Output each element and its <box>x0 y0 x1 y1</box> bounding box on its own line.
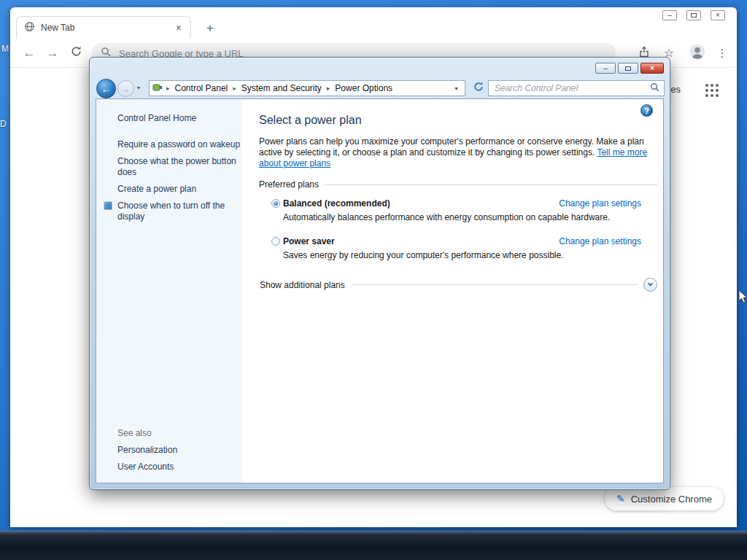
back-button[interactable]: ← <box>96 79 116 98</box>
kebab-menu-icon: ⋮ <box>717 47 728 60</box>
preferred-plans-group: Preferred plans <box>259 179 657 190</box>
globe-favicon-icon <box>24 21 35 35</box>
avatar-icon <box>689 44 705 63</box>
recent-pages-chevron-icon[interactable]: ▾ <box>137 85 140 91</box>
additional-plans-rule <box>351 284 638 285</box>
intro-text: Power plans can help you maximize your c… <box>259 136 651 169</box>
radio-power-saver[interactable] <box>271 237 280 246</box>
chrome-window-controls: – × <box>662 10 725 20</box>
maximize-icon <box>625 66 631 71</box>
close-icon: × <box>716 12 720 19</box>
control-panel-content: Control Panel Home Require a password on… <box>96 98 664 483</box>
main-panel: ? Select a power plan Power plans can he… <box>242 99 663 483</box>
sidebar-item-control-panel-home[interactable]: Control Panel Home <box>117 113 249 124</box>
restore-button[interactable] <box>686 10 701 20</box>
show-additional-plans-row: Show additional plans <box>260 278 657 292</box>
browser-tab[interactable]: New Tab × <box>16 16 191 39</box>
group-header-rule <box>325 184 657 185</box>
control-panel-window-controls: – × <box>595 63 664 74</box>
plan-row-balanced: Balanced (recommended) Change plan setti… <box>271 198 641 228</box>
tab-close-icon[interactable]: × <box>174 22 183 34</box>
customize-chrome-button[interactable]: ✎ Customize Chrome <box>605 487 724 510</box>
breadcrumb-control-panel[interactable]: Control Panel <box>174 83 230 93</box>
search-input[interactable] <box>493 82 650 94</box>
google-apps-grid-icon[interactable] <box>705 83 720 98</box>
new-tab-button[interactable]: + <box>201 20 219 37</box>
breadcrumb-system-and-security[interactable]: System and Security <box>240 83 323 93</box>
sidebar-item-create-power-plan[interactable]: Create a power plan <box>117 184 249 195</box>
control-panel-window: – × ← → ▾ ▸ Control Panel ▸ System and S… <box>89 57 670 490</box>
group-header-label: Preferred plans <box>259 179 319 190</box>
sidebar-item-power-button[interactable]: Choose what the power button does <box>117 156 249 178</box>
pencil-icon: ✎ <box>616 493 625 505</box>
sidebar-item-require-password[interactable]: Require a password on wakeup <box>117 139 249 150</box>
sidebar-item-user-accounts[interactable]: User Accounts <box>117 462 249 472</box>
desktop-icon-label-fragment: M <box>1 44 9 54</box>
help-button[interactable]: ? <box>640 104 653 117</box>
desktop-icon-label-fragment: D <box>0 119 7 129</box>
sidebar-item-turn-off-display[interactable]: Choose when to turn off the display <box>117 201 249 222</box>
taskbar: 12:26 PM 3/26/2022 <box>0 531 747 560</box>
back-arrow-icon: ← <box>101 83 112 95</box>
help-icon: ? <box>644 106 649 115</box>
forward-button[interactable]: → <box>42 39 63 67</box>
plan-description: Automatically balances performance with … <box>283 212 610 222</box>
tab-title: New Tab <box>41 23 169 33</box>
display-task-icon <box>104 201 112 210</box>
customize-chrome-label: Customize Chrome <box>631 494 712 505</box>
change-plan-settings-link[interactable]: Change plan settings <box>559 198 641 209</box>
breadcrumb-separator-icon: ▸ <box>323 85 334 92</box>
chevron-down-icon <box>648 281 653 287</box>
address-breadcrumb-bar[interactable]: ▸ Control Panel ▸ System and Security ▸ … <box>149 80 465 96</box>
breadcrumb-separator-icon: ▸ <box>163 85 174 92</box>
reload-button[interactable] <box>66 39 86 67</box>
breadcrumb-power-options[interactable]: Power Options <box>333 83 394 93</box>
refresh-icon <box>473 81 484 96</box>
plan-name[interactable]: Power saver <box>283 236 335 246</box>
radio-balanced[interactable] <box>271 199 280 208</box>
minimize-button[interactable]: – <box>662 10 677 20</box>
refresh-button[interactable] <box>471 81 486 96</box>
sidebar: Control Panel Home Require a password on… <box>96 99 242 483</box>
close-icon: × <box>650 64 654 72</box>
power-options-icon <box>152 82 163 95</box>
minimize-button[interactable]: – <box>595 63 616 74</box>
back-button[interactable]: ← <box>19 39 39 67</box>
close-button[interactable]: × <box>711 10 725 20</box>
sidebar-item-personalization[interactable]: Personalization <box>117 445 249 456</box>
navigation-bar: ← → ▾ ▸ Control Panel ▸ System and Secur… <box>90 78 670 98</box>
expand-additional-plans-button[interactable] <box>643 278 657 292</box>
change-plan-settings-link[interactable]: Change plan settings <box>559 236 641 246</box>
profile-button[interactable] <box>687 39 708 67</box>
intro-body: Power plans can help you maximize your c… <box>259 136 644 158</box>
plus-icon: + <box>206 21 214 36</box>
minimize-icon: – <box>603 65 608 72</box>
show-additional-plans-label: Show additional plans <box>260 280 345 290</box>
close-button[interactable]: × <box>640 63 664 74</box>
browser-menu-button[interactable]: ⋮ <box>713 39 731 67</box>
control-panel-search-box[interactable] <box>488 80 665 96</box>
see-also-header: See also <box>117 428 249 439</box>
plan-row-power-saver: Power saver Change plan settings Saves e… <box>271 236 641 265</box>
maximize-button[interactable] <box>618 63 638 74</box>
minimize-icon: – <box>667 12 672 19</box>
breadcrumb-separator-icon: ▸ <box>229 85 240 92</box>
forward-button[interactable]: → <box>117 80 134 97</box>
search-magnifier-icon <box>650 82 659 95</box>
forward-arrow-icon: → <box>122 84 131 94</box>
mouse-cursor <box>738 289 747 306</box>
back-arrow-icon: ← <box>23 46 36 61</box>
plan-description: Saves energy by reducing your computer's… <box>283 250 564 260</box>
page-title: Select a power plan <box>259 114 362 127</box>
forward-arrow-icon: → <box>47 46 59 61</box>
plan-name[interactable]: Balanced (recommended) <box>283 198 390 209</box>
address-dropdown-icon[interactable]: ▼ <box>454 86 462 91</box>
restore-icon <box>691 13 697 18</box>
reload-icon <box>70 45 82 61</box>
